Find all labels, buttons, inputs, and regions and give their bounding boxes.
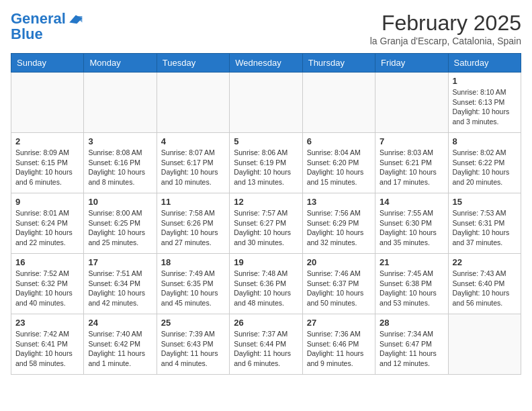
calendar-week-row: 2Sunrise: 8:09 AM Sunset: 6:15 PM Daylig… <box>11 133 521 193</box>
day-number: 16 <box>15 257 79 267</box>
calendar-header-row: SundayMondayTuesdayWednesdayThursdayFrid… <box>11 54 521 73</box>
calendar-day-cell: 14Sunrise: 7:55 AM Sunset: 6:30 PM Dayli… <box>375 193 448 254</box>
day-info: Sunrise: 8:07 AM Sunset: 6:17 PM Dayligh… <box>161 148 225 187</box>
day-info: Sunrise: 7:53 AM Sunset: 6:31 PM Dayligh… <box>453 208 517 248</box>
day-number: 14 <box>380 197 443 207</box>
day-info: Sunrise: 8:00 AM Sunset: 6:25 PM Dayligh… <box>88 208 152 248</box>
day-info: Sunrise: 7:49 AM Sunset: 6:35 PM Dayligh… <box>161 269 225 308</box>
day-number: 20 <box>307 257 371 267</box>
calendar-day-cell: 21Sunrise: 7:45 AM Sunset: 6:38 PM Dayli… <box>375 254 448 314</box>
day-info: Sunrise: 7:34 AM Sunset: 6:47 PM Dayligh… <box>380 329 443 369</box>
calendar-day-cell: 28Sunrise: 7:34 AM Sunset: 6:47 PM Dayli… <box>375 314 448 375</box>
day-info: Sunrise: 7:57 AM Sunset: 6:27 PM Dayligh… <box>234 208 298 248</box>
day-info: Sunrise: 8:08 AM Sunset: 6:16 PM Dayligh… <box>88 148 152 187</box>
day-number: 26 <box>234 318 298 328</box>
calendar-day-cell <box>448 314 521 375</box>
day-number: 23 <box>15 318 79 328</box>
calendar-day-cell: 20Sunrise: 7:46 AM Sunset: 6:37 PM Dayli… <box>302 254 375 314</box>
calendar-week-row: 16Sunrise: 7:52 AM Sunset: 6:32 PM Dayli… <box>11 254 521 314</box>
day-info: Sunrise: 7:52 AM Sunset: 6:32 PM Dayligh… <box>15 269 79 308</box>
day-number: 27 <box>307 318 371 328</box>
day-number: 18 <box>161 257 225 267</box>
calendar-day-cell: 8Sunrise: 8:02 AM Sunset: 6:22 PM Daylig… <box>448 133 521 193</box>
day-info: Sunrise: 8:09 AM Sunset: 6:15 PM Dayligh… <box>15 148 79 187</box>
day-number: 1 <box>453 76 517 86</box>
day-number: 6 <box>307 136 371 146</box>
calendar-day-cell <box>157 73 229 133</box>
calendar-day-cell <box>84 73 157 133</box>
day-of-week-header: Thursday <box>302 54 375 73</box>
calendar-day-cell: 13Sunrise: 7:56 AM Sunset: 6:29 PM Dayli… <box>302 193 375 254</box>
day-info: Sunrise: 7:39 AM Sunset: 6:43 PM Dayligh… <box>161 329 225 369</box>
day-number: 17 <box>88 257 152 267</box>
day-number: 25 <box>161 318 225 328</box>
day-of-week-header: Friday <box>375 54 448 73</box>
day-number: 9 <box>15 197 79 207</box>
calendar-day-cell: 15Sunrise: 7:53 AM Sunset: 6:31 PM Dayli… <box>448 193 521 254</box>
day-number: 2 <box>15 136 79 146</box>
day-number: 19 <box>234 257 298 267</box>
calendar-day-cell: 18Sunrise: 7:49 AM Sunset: 6:35 PM Dayli… <box>157 254 229 314</box>
day-number: 11 <box>161 197 225 207</box>
calendar-day-cell: 10Sunrise: 8:00 AM Sunset: 6:25 PM Dayli… <box>84 193 157 254</box>
day-info: Sunrise: 7:55 AM Sunset: 6:30 PM Dayligh… <box>380 208 443 248</box>
day-info: Sunrise: 7:51 AM Sunset: 6:34 PM Dayligh… <box>88 269 152 308</box>
calendar-day-cell <box>375 73 448 133</box>
day-info: Sunrise: 8:10 AM Sunset: 6:13 PM Dayligh… <box>453 87 517 127</box>
day-number: 10 <box>88 197 152 207</box>
day-of-week-header: Monday <box>84 54 157 73</box>
day-info: Sunrise: 7:42 AM Sunset: 6:41 PM Dayligh… <box>15 329 79 369</box>
calendar-day-cell: 27Sunrise: 7:36 AM Sunset: 6:46 PM Dayli… <box>302 314 375 375</box>
day-number: 24 <box>88 318 152 328</box>
day-info: Sunrise: 7:56 AM Sunset: 6:29 PM Dayligh… <box>307 208 371 248</box>
calendar-table: SundayMondayTuesdayWednesdayThursdayFrid… <box>11 53 521 375</box>
day-info: Sunrise: 7:43 AM Sunset: 6:40 PM Dayligh… <box>453 269 517 308</box>
logo-icon <box>67 13 83 25</box>
day-of-week-header: Saturday <box>448 54 521 73</box>
calendar-day-cell: 16Sunrise: 7:52 AM Sunset: 6:32 PM Dayli… <box>11 254 84 314</box>
day-number: 3 <box>88 136 152 146</box>
calendar-day-cell: 12Sunrise: 7:57 AM Sunset: 6:27 PM Dayli… <box>230 193 302 254</box>
day-info: Sunrise: 7:37 AM Sunset: 6:44 PM Dayligh… <box>234 329 298 369</box>
day-info: Sunrise: 7:46 AM Sunset: 6:37 PM Dayligh… <box>307 269 371 308</box>
calendar-day-cell: 19Sunrise: 7:48 AM Sunset: 6:36 PM Dayli… <box>230 254 302 314</box>
day-of-week-header: Wednesday <box>230 54 302 73</box>
calendar-day-cell <box>302 73 375 133</box>
day-info: Sunrise: 8:02 AM Sunset: 6:22 PM Dayligh… <box>453 148 517 187</box>
calendar-day-cell: 25Sunrise: 7:39 AM Sunset: 6:43 PM Dayli… <box>157 314 229 375</box>
calendar-day-cell: 4Sunrise: 8:07 AM Sunset: 6:17 PM Daylig… <box>157 133 229 193</box>
day-of-week-header: Sunday <box>11 54 84 73</box>
calendar-day-cell: 9Sunrise: 8:01 AM Sunset: 6:24 PM Daylig… <box>11 193 84 254</box>
day-number: 12 <box>234 197 298 207</box>
calendar-day-cell: 5Sunrise: 8:06 AM Sunset: 6:19 PM Daylig… <box>230 133 302 193</box>
calendar-day-cell: 26Sunrise: 7:37 AM Sunset: 6:44 PM Dayli… <box>230 314 302 375</box>
day-number: 22 <box>453 257 517 267</box>
page-header: General Blue February 2025 la Granja d'E… <box>11 11 521 46</box>
day-info: Sunrise: 7:48 AM Sunset: 6:36 PM Dayligh… <box>234 269 298 308</box>
calendar-day-cell: 7Sunrise: 8:03 AM Sunset: 6:21 PM Daylig… <box>375 133 448 193</box>
day-info: Sunrise: 7:40 AM Sunset: 6:42 PM Dayligh… <box>88 329 152 369</box>
calendar-week-row: 23Sunrise: 7:42 AM Sunset: 6:41 PM Dayli… <box>11 314 521 375</box>
month-title: February 2025 <box>370 11 521 36</box>
logo-text: General <box>11 11 66 27</box>
calendar-day-cell: 6Sunrise: 8:04 AM Sunset: 6:20 PM Daylig… <box>302 133 375 193</box>
calendar-day-cell: 17Sunrise: 7:51 AM Sunset: 6:34 PM Dayli… <box>84 254 157 314</box>
logo: General Blue <box>11 11 83 42</box>
day-info: Sunrise: 8:03 AM Sunset: 6:21 PM Dayligh… <box>380 148 443 187</box>
calendar-day-cell <box>230 73 302 133</box>
calendar-day-cell: 3Sunrise: 8:08 AM Sunset: 6:16 PM Daylig… <box>84 133 157 193</box>
calendar-day-cell <box>11 73 84 133</box>
day-info: Sunrise: 7:36 AM Sunset: 6:46 PM Dayligh… <box>307 329 371 369</box>
day-number: 8 <box>453 136 517 146</box>
day-number: 21 <box>380 257 443 267</box>
day-info: Sunrise: 7:58 AM Sunset: 6:26 PM Dayligh… <box>161 208 225 248</box>
day-number: 7 <box>380 136 443 146</box>
calendar-day-cell: 23Sunrise: 7:42 AM Sunset: 6:41 PM Dayli… <box>11 314 84 375</box>
day-number: 13 <box>307 197 371 207</box>
calendar-day-cell: 24Sunrise: 7:40 AM Sunset: 6:42 PM Dayli… <box>84 314 157 375</box>
day-info: Sunrise: 7:45 AM Sunset: 6:38 PM Dayligh… <box>380 269 443 308</box>
day-number: 28 <box>380 318 443 328</box>
calendar-day-cell: 22Sunrise: 7:43 AM Sunset: 6:40 PM Dayli… <box>448 254 521 314</box>
day-of-week-header: Tuesday <box>157 54 229 73</box>
title-block: February 2025 la Granja d'Escarp, Catalo… <box>370 11 521 46</box>
